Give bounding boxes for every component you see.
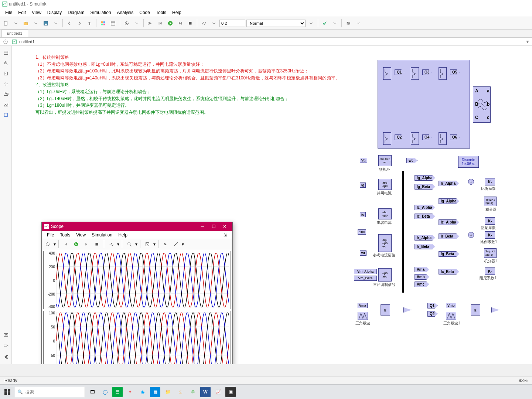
powergui-block[interactable]: Discrete 1e-06 s. — [458, 156, 479, 168]
demux-bar[interactable] — [402, 171, 404, 293]
scope-menu-simulation[interactable]: Simulation — [89, 232, 115, 238]
stop-button[interactable] — [186, 19, 195, 28]
breadcrumb[interactable]: untitled1 — [19, 40, 35, 44]
taskbar-explorer-icon[interactable]: 📁 — [163, 387, 173, 397]
scope-stepfwd-icon[interactable] — [82, 240, 91, 249]
nav-collapse-icon[interactable] — [2, 38, 9, 45]
screenshot-icon[interactable] — [1, 330, 10, 339]
scope-autoscale-icon[interactable] — [143, 240, 152, 249]
relational-block[interactable]: ≥ — [471, 304, 480, 316]
pll-block[interactable]: abc freq wt — [378, 155, 392, 166]
goto-block[interactable]: Ig_Beta — [415, 184, 435, 190]
config-dropdown[interactable] — [132, 19, 141, 28]
menu-simulation[interactable]: Simulation — [88, 9, 114, 16]
image-icon[interactable] — [2, 100, 10, 109]
config-button[interactable] — [122, 19, 131, 28]
step-back-button[interactable] — [156, 19, 165, 28]
menu-display[interactable]: Display — [44, 9, 65, 16]
scope-titlebar[interactable]: Scope ─ ☐ ✕ — [42, 222, 232, 231]
zoom-in-icon[interactable] — [2, 59, 10, 67]
mode-dropdown[interactable] — [307, 19, 316, 28]
ab0-abc-block[interactable]: αβ0 abc — [378, 268, 392, 282]
repeating-seq-block[interactable] — [446, 312, 456, 320]
constant-block[interactable]: 100 — [358, 229, 366, 235]
discrete-integrator-block[interactable]: Ts·(z+1 2(z-1) — [484, 248, 497, 258]
taskbar-word-icon[interactable]: W — [200, 387, 211, 397]
goto-block[interactable]: Ic_Alpha — [415, 205, 435, 210]
discrete-integrator-block[interactable]: Ts·(z+1 2(z-1) — [484, 197, 497, 206]
goto-block[interactable]: Vmb — [415, 274, 429, 280]
search-input[interactable] — [25, 389, 82, 395]
scope-run-icon[interactable] — [72, 240, 81, 249]
maximize-button[interactable]: ☐ — [208, 222, 219, 231]
from-block-ig[interactable]: Ig — [360, 183, 366, 188]
scope-menu-view[interactable]: View — [73, 232, 89, 238]
minimize-button[interactable]: ─ — [197, 222, 208, 231]
stop-time-input[interactable] — [219, 20, 245, 27]
scope-config-dropdown[interactable]: ▾ — [54, 242, 56, 247]
from-block[interactable]: Ir_Beta — [439, 233, 459, 239]
menu-code[interactable]: Code — [136, 9, 153, 16]
scope-trigger-icon[interactable] — [107, 240, 116, 249]
menu-view[interactable]: View — [29, 9, 44, 16]
subsystem-inverter[interactable] — [378, 60, 470, 149]
sum-block[interactable]: + — [468, 179, 474, 185]
goto-block[interactable]: Ir_Alpha — [415, 235, 435, 241]
scope-zoom-dropdown[interactable]: ▾ — [135, 242, 137, 247]
run-button[interactable] — [166, 19, 175, 28]
taskbar-icon[interactable]: 🗔 — [87, 387, 98, 397]
taskbar-icon[interactable]: ▦ — [150, 387, 160, 397]
goto-block-wt[interactable]: wt — [406, 158, 417, 163]
up-button[interactable] — [85, 19, 94, 28]
goto-block[interactable]: Vmc — [415, 282, 429, 287]
diagram-canvas[interactable]: 1、传统控制策略 （1）不考虑电网等效电感，即Lg=0uH时，系统可稳定运行，并… — [12, 46, 532, 364]
fit-icon[interactable] — [2, 69, 10, 78]
axes-2[interactable]: 100 50 0 -50 -100 0 0.02 0.04 0.06 0.08 … — [43, 311, 231, 364]
fit-selection-icon[interactable] — [2, 80, 10, 88]
slider-button[interactable] — [344, 19, 353, 28]
scope-menu-help[interactable]: Help — [115, 232, 130, 238]
menu-help[interactable]: Help — [169, 9, 184, 16]
menu-diagram[interactable]: Diagram — [65, 9, 87, 16]
start-button[interactable] — [2, 387, 13, 397]
open-button[interactable] — [21, 19, 30, 28]
gain-block[interactable]: K- — [485, 178, 495, 185]
sum-block[interactable]: + — [468, 232, 474, 238]
menu-tools[interactable]: Tools — [153, 9, 169, 16]
from-block[interactable]: Ic_Beta — [439, 269, 459, 274]
scope-zoom-icon[interactable] — [125, 240, 134, 249]
relational-block[interactable]: ≥ — [381, 304, 390, 316]
igbt-block[interactable] — [383, 132, 391, 145]
from-block-vmb[interactable]: Vmb — [446, 303, 456, 308]
gain-triangle[interactable] — [491, 307, 499, 313]
model-explorer-button[interactable] — [109, 19, 117, 28]
new-dropdown[interactable] — [11, 19, 20, 28]
new-button[interactable] — [1, 19, 10, 28]
dq0-ab0-block[interactable]: dq0 αβ0 wt — [378, 234, 392, 252]
igbt-block[interactable] — [383, 67, 391, 80]
igbt-block[interactable] — [439, 132, 447, 145]
from-block-vma[interactable]: Vma — [358, 303, 368, 308]
scope-measure-dropdown[interactable]: ▾ — [182, 242, 184, 247]
menu-analysis[interactable]: Analysis — [114, 9, 137, 16]
gain-block[interactable]: K- — [485, 267, 495, 275]
goto-block[interactable]: Ir_Beta — [415, 244, 435, 249]
from-block[interactable]: Ig_Alpha — [439, 198, 459, 204]
menu-file[interactable]: File — [2, 9, 15, 16]
sim-mode-select[interactable]: Normal — [246, 20, 306, 27]
goto-block[interactable]: Ic_Beta — [415, 214, 435, 219]
scope-menu-file[interactable]: File — [44, 232, 57, 238]
gain-block[interactable]: K- — [485, 231, 495, 239]
scope-measure-icon[interactable] — [171, 240, 180, 249]
scope-stop-icon[interactable] — [92, 240, 101, 249]
goto-block[interactable]: Vma — [415, 267, 429, 272]
gain-triangle[interactable] — [403, 307, 412, 313]
close-button[interactable]: ✕ — [219, 222, 230, 231]
abc-ab0-block[interactable]: abc αβ0 — [378, 208, 392, 219]
nav-dropdown[interactable]: ▼ — [525, 39, 530, 44]
signal-dropdown[interactable] — [209, 19, 218, 28]
from-block[interactable]: Ig_Beta — [439, 251, 459, 257]
scope-menu-tools[interactable]: Tools — [57, 232, 73, 238]
save-button[interactable] — [41, 19, 50, 28]
taskbar-icon[interactable]: ♨ — [175, 387, 185, 397]
